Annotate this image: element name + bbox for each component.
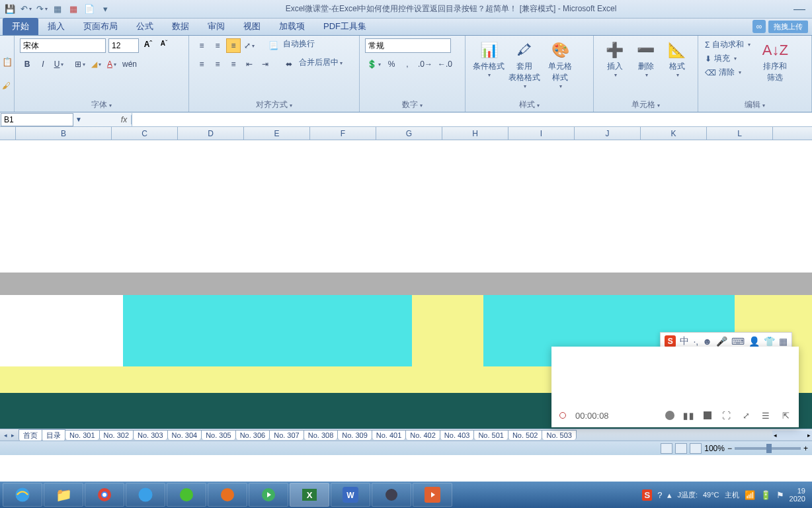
ime-grid-icon[interactable]: ▦ bbox=[779, 336, 788, 347]
save-button[interactable]: 💾 bbox=[3, 2, 17, 17]
tab-insert[interactable]: 插入 bbox=[38, 18, 74, 35]
zoom-slider[interactable] bbox=[735, 447, 801, 450]
qat-btn-2[interactable]: ▦ bbox=[66, 2, 81, 17]
sheet-tab[interactable]: No. 304 bbox=[167, 430, 202, 440]
align-middle-button[interactable]: ≡ bbox=[210, 38, 225, 53]
wrap-text-button[interactable]: 📃 bbox=[266, 38, 280, 53]
sheet-tab[interactable]: No. 302 bbox=[99, 430, 134, 440]
tab-home[interactable]: 开始 bbox=[3, 18, 38, 35]
ime-punct-icon[interactable]: ·, bbox=[693, 336, 698, 347]
sheet-tab[interactable]: 目录 bbox=[42, 429, 65, 441]
sheet-tab[interactable]: No. 402 bbox=[405, 430, 440, 440]
formula-input[interactable] bbox=[132, 113, 812, 126]
worksheet-grid[interactable] bbox=[0, 140, 812, 273]
font-name-input[interactable] bbox=[20, 38, 106, 53]
conditional-format-button[interactable]: 📊 条件格式 bbox=[471, 38, 507, 98]
orientation-button[interactable]: ⤢ bbox=[242, 38, 257, 53]
sheet-tab[interactable]: No. 306 bbox=[235, 430, 270, 440]
expand-button[interactable]: ⤢ bbox=[741, 410, 751, 421]
ime-skin-icon[interactable]: 👕 bbox=[764, 336, 775, 347]
paste-icon[interactable]: 📋 bbox=[2, 57, 13, 67]
col-header[interactable]: E bbox=[244, 127, 310, 140]
autosum-button[interactable]: Σ自动求和 bbox=[704, 38, 752, 51]
tray-up-icon[interactable]: ▴ bbox=[667, 490, 672, 500]
tab-data[interactable]: 数据 bbox=[163, 18, 198, 35]
tray-host[interactable]: 主机 bbox=[725, 490, 739, 500]
insert-cell-button[interactable]: ➕ 插入 bbox=[599, 38, 630, 98]
format-cell-button[interactable]: 📐 格式 bbox=[661, 38, 692, 98]
clear-button[interactable]: ⌫清除 bbox=[704, 66, 752, 79]
col-header[interactable]: K bbox=[641, 127, 707, 140]
task-firefox[interactable] bbox=[208, 483, 247, 507]
fill-button[interactable]: ⬇填充 bbox=[704, 52, 752, 65]
sheet-tab[interactable]: No. 307 bbox=[269, 430, 304, 440]
pause-button[interactable]: ▮▮ bbox=[684, 410, 694, 421]
task-wps[interactable]: W bbox=[331, 483, 370, 507]
task-explorer[interactable]: 📁 bbox=[44, 483, 83, 507]
cell-styles-button[interactable]: 🎨 单元格 样式 bbox=[542, 38, 578, 98]
grow-font-button[interactable]: Aˆ bbox=[142, 39, 155, 52]
task-chrome[interactable] bbox=[85, 483, 124, 507]
fullscreen-button[interactable]: ⛶ bbox=[721, 410, 731, 421]
underline-button[interactable]: U bbox=[52, 57, 66, 71]
inc-decimal-button[interactable]: .0→ bbox=[416, 57, 434, 71]
sheet-tab[interactable]: No. 301 bbox=[65, 430, 100, 440]
sheet-tab[interactable]: No. 503 bbox=[542, 430, 577, 440]
qat-more[interactable]: ▾ bbox=[98, 2, 112, 17]
sheet-tab[interactable]: No. 501 bbox=[473, 430, 508, 440]
tray-date[interactable]: 2020 bbox=[790, 495, 805, 503]
sheet-tab[interactable]: No. 309 bbox=[337, 430, 372, 440]
select-all-corner[interactable] bbox=[0, 127, 16, 140]
cloud-icon[interactable]: ∞ bbox=[752, 20, 766, 33]
percent-button[interactable]: % bbox=[384, 57, 399, 71]
stop-button[interactable] bbox=[704, 411, 711, 419]
phonetic-button[interactable]: wén bbox=[120, 57, 139, 71]
task-player[interactable] bbox=[249, 483, 288, 507]
tray-flag-icon[interactable]: ⚑ bbox=[776, 490, 784, 500]
tray-battery-icon[interactable]: 🔋 bbox=[760, 490, 771, 500]
sheet-tab[interactable]: No. 502 bbox=[508, 430, 543, 440]
zoom-label[interactable]: 100% bbox=[704, 444, 725, 453]
upload-button[interactable]: 拖拽上传 bbox=[768, 21, 808, 33]
sheet-tab[interactable]: No. 403 bbox=[440, 430, 475, 440]
align-bottom-button[interactable]: ≡ bbox=[226, 38, 241, 53]
zoom-out-button[interactable]: − bbox=[727, 444, 732, 453]
currency-button[interactable]: 💲 bbox=[365, 57, 383, 71]
col-header[interactable]: C bbox=[112, 127, 178, 140]
indent-inc-button[interactable]: ⇥ bbox=[258, 57, 272, 71]
brush-icon[interactable]: 🖌 bbox=[2, 81, 13, 91]
name-box-dropdown[interactable]: ▼ bbox=[73, 116, 84, 123]
align-right-button[interactable]: ≡ bbox=[226, 57, 241, 71]
tray-net-icon[interactable]: 📶 bbox=[745, 490, 755, 500]
view-layout-button[interactable] bbox=[675, 443, 687, 454]
ime-mic-icon[interactable]: 🎤 bbox=[716, 336, 727, 347]
task-excel[interactable]: X bbox=[290, 483, 329, 507]
sheet-hscroll[interactable]: ◂▸ bbox=[772, 431, 812, 440]
fx-button[interactable]: fx bbox=[117, 115, 132, 124]
ime-emoji-icon[interactable]: ☻ bbox=[702, 336, 712, 347]
redo-button[interactable]: ↷ bbox=[34, 2, 49, 17]
border-button[interactable]: ⊞ bbox=[73, 57, 87, 71]
tray-sogou-icon[interactable]: S bbox=[642, 489, 652, 501]
sort-filter-button[interactable]: A↓Z 排序和 筛选 bbox=[757, 38, 793, 98]
delete-cell-button[interactable]: ➖ 删除 bbox=[630, 38, 661, 98]
merge-button[interactable]: ⬌ bbox=[282, 57, 296, 71]
task-360[interactable] bbox=[167, 483, 206, 507]
sheet-tab[interactable]: No. 303 bbox=[133, 430, 168, 440]
font-size-input[interactable] bbox=[108, 38, 139, 53]
col-header[interactable]: B bbox=[16, 127, 112, 140]
fill-color-button[interactable]: ◢ bbox=[89, 57, 103, 71]
italic-button[interactable]: I bbox=[36, 57, 50, 71]
exit-button[interactable]: ⇱ bbox=[780, 410, 791, 421]
screen-recorder[interactable]: 00:00:08 ▮▮ ⛶ ⤢ ☰ ⇱ bbox=[551, 347, 799, 427]
list-button[interactable]: ☰ bbox=[760, 410, 771, 421]
sheet-tab[interactable]: No. 308 bbox=[304, 430, 339, 440]
sheet-tab[interactable]: No. 401 bbox=[372, 430, 407, 440]
align-left-button[interactable]: ≡ bbox=[194, 57, 209, 71]
task-ppt[interactable] bbox=[413, 483, 452, 507]
tab-pdf[interactable]: PDF工具集 bbox=[314, 18, 376, 35]
shrink-font-button[interactable]: Aˇ bbox=[157, 39, 171, 52]
table-format-button[interactable]: 🖍 套用 表格格式 bbox=[507, 38, 542, 98]
qat-btn-3[interactable]: 📄 bbox=[82, 2, 97, 17]
tab-formula[interactable]: 公式 bbox=[127, 18, 163, 35]
